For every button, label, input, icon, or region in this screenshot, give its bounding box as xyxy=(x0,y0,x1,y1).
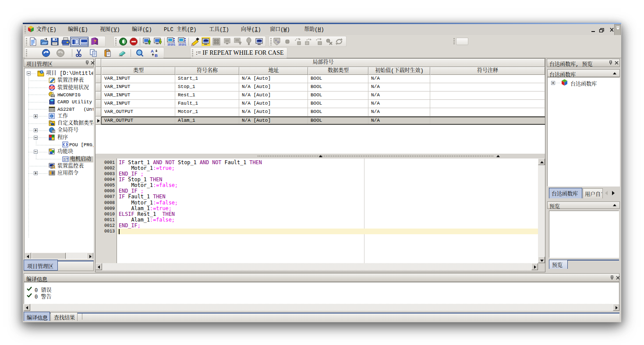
svg-text:A: A xyxy=(151,49,154,53)
svg-text:B: B xyxy=(155,53,158,57)
svg-text:ST: ST xyxy=(64,157,69,162)
svg-text:10101: 10101 xyxy=(167,43,175,46)
svg-text:10101: 10101 xyxy=(178,43,186,46)
svg-text:?: ? xyxy=(94,39,96,44)
